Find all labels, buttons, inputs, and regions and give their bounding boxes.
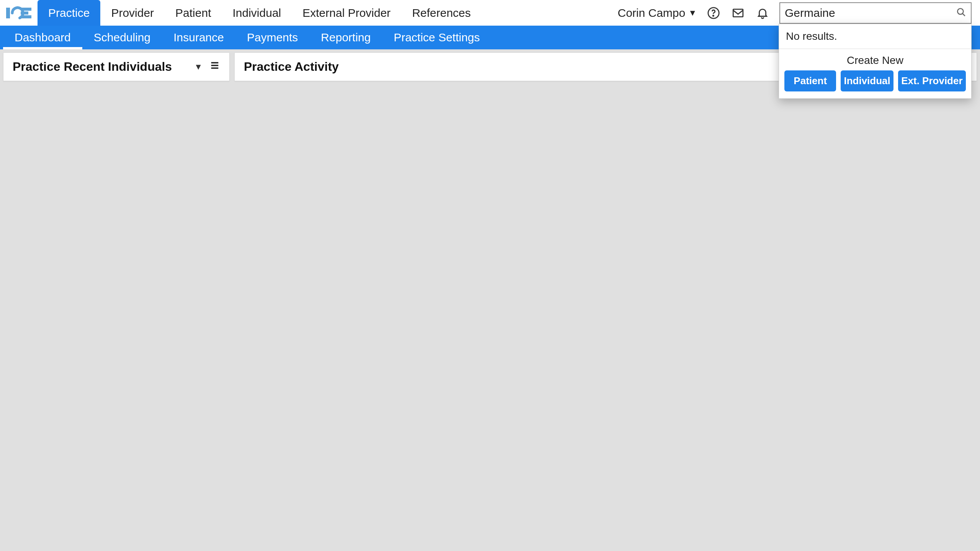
menu-icon [209, 60, 220, 71]
create-new-header: Create New [779, 49, 971, 70]
collapse-toggle-icon[interactable]: ▼ [194, 62, 203, 72]
subtab-label: Dashboard [15, 31, 71, 44]
subtab-label: Insurance [173, 31, 224, 44]
tab-label: Practice [48, 7, 90, 20]
svg-point-5 [713, 15, 714, 16]
chevron-down-icon: ▼ [688, 8, 697, 18]
panel-title: Practice Recent Individuals [13, 60, 172, 74]
tab-label: External Provider [302, 7, 390, 20]
help-button[interactable] [706, 5, 721, 21]
tab-external-provider[interactable]: External Provider [292, 0, 401, 26]
panel-header: Practice Recent Individuals ▼ [3, 53, 229, 81]
subtab-practice-settings[interactable]: Practice Settings [382, 26, 491, 49]
tab-label: Patient [175, 7, 211, 20]
app-logo[interactable] [5, 5, 33, 21]
create-new-buttons: Patient Individual Ext. Provider [779, 70, 971, 98]
tab-label: Provider [111, 7, 154, 20]
top-nav-bar: Practice Provider Patient Individual Ext… [0, 0, 980, 26]
subtab-label: Payments [247, 31, 298, 44]
tab-label: Individual [233, 7, 281, 20]
help-icon [707, 7, 720, 20]
subtab-label: Scheduling [94, 31, 150, 44]
search-input[interactable] [779, 2, 972, 24]
search-container: No results. Create New Patient Individua… [779, 2, 972, 24]
subtab-label: Reporting [321, 31, 371, 44]
svg-rect-6 [733, 9, 743, 17]
svg-rect-1 [21, 8, 31, 11]
svg-rect-3 [21, 15, 31, 18]
tab-patient[interactable]: Patient [165, 0, 222, 26]
svg-rect-0 [6, 8, 10, 18]
subtab-payments[interactable]: Payments [235, 26, 309, 49]
mail-icon [732, 7, 745, 20]
user-menu[interactable]: Corin Campo ▼ [617, 7, 697, 20]
bell-icon [756, 7, 769, 20]
search-results-dropdown: No results. Create New Patient Individua… [779, 24, 972, 99]
create-patient-button[interactable]: Patient [784, 70, 836, 91]
tab-individual[interactable]: Individual [222, 0, 292, 26]
panel-controls: ▼ [194, 60, 220, 74]
svg-rect-2 [21, 11, 28, 15]
main-tabs: Practice Provider Patient Individual Ext… [38, 0, 482, 26]
tab-label: References [412, 7, 470, 20]
subtab-reporting[interactable]: Reporting [309, 26, 382, 49]
subtab-label: Practice Settings [394, 31, 480, 44]
create-individual-button[interactable]: Individual [841, 70, 893, 91]
subtab-dashboard[interactable]: Dashboard [3, 26, 82, 49]
tab-provider[interactable]: Provider [100, 0, 165, 26]
mail-button[interactable] [730, 5, 746, 21]
notifications-button[interactable] [755, 5, 770, 21]
tab-references[interactable]: References [401, 0, 481, 26]
panel-title: Practice Activity [244, 60, 339, 74]
search-no-results: No results. [779, 24, 971, 49]
recent-individuals-panel: Practice Recent Individuals ▼ [3, 52, 230, 81]
subtab-insurance[interactable]: Insurance [162, 26, 235, 49]
user-name: Corin Campo [617, 7, 685, 20]
panel-menu-button[interactable] [209, 60, 220, 74]
tab-practice[interactable]: Practice [38, 0, 100, 26]
top-right-controls: Corin Campo ▼ No results. Create New Pat… [617, 2, 975, 24]
subtab-scheduling[interactable]: Scheduling [82, 26, 162, 49]
create-ext-provider-button[interactable]: Ext. Provider [898, 70, 966, 91]
